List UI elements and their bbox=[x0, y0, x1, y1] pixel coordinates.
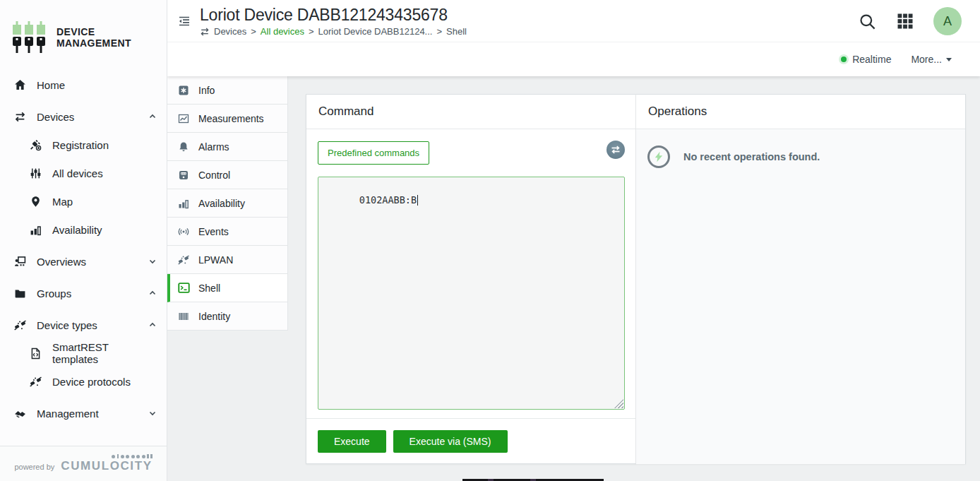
tab-availability[interactable]: Availability bbox=[167, 189, 288, 218]
bar-chart-icon bbox=[177, 198, 190, 209]
realtime-toggle[interactable]: Realtime bbox=[841, 54, 891, 65]
sidebar-item-overviews[interactable]: Overviews bbox=[0, 247, 167, 275]
overviews-icon bbox=[13, 256, 27, 268]
breadcrumb: Devices > All devices > Loriot Device DA… bbox=[200, 26, 467, 37]
transfer-icon-button[interactable] bbox=[606, 141, 625, 159]
control-gauge-icon bbox=[177, 170, 190, 181]
tab-alarms[interactable]: Alarms bbox=[167, 133, 288, 161]
map-pin-icon bbox=[28, 196, 42, 208]
command-panel-body: Predefined commands 0102AABB:B bbox=[306, 129, 635, 410]
caret-down-icon bbox=[946, 58, 952, 61]
page-title: Loriot Device DABB121243435678 bbox=[200, 6, 467, 25]
app-logo: DEVICE MANAGEMENT bbox=[0, 0, 167, 69]
execute-via-sms-button[interactable]: Execute via (SMS) bbox=[393, 430, 508, 453]
sidebar-item-smartrest-templates[interactable]: SmartREST templates bbox=[0, 339, 167, 367]
sidebar-item-device-protocols[interactable]: Device protocols bbox=[0, 367, 167, 396]
chevron-up-icon bbox=[148, 112, 157, 121]
sidebar-item-registration[interactable]: Registration bbox=[0, 131, 167, 159]
line-chart-icon bbox=[177, 113, 190, 124]
home-icon bbox=[13, 79, 27, 91]
code-document-icon bbox=[28, 348, 42, 360]
page-header: Loriot Device DABB121243435678 Devices >… bbox=[167, 0, 980, 42]
operations-panel: Operations No recent operations found. bbox=[635, 94, 966, 464]
operations-empty-message: No recent operations found. bbox=[683, 146, 820, 168]
sidebar-item-device-types[interactable]: Device types bbox=[0, 311, 167, 339]
powered-by-label: powered by bbox=[14, 463, 54, 471]
textarea-resize-grip-icon[interactable] bbox=[614, 399, 623, 408]
collapse-menu-icon[interactable] bbox=[176, 13, 193, 30]
operations-panel-title: Operations bbox=[636, 95, 965, 129]
search-icon[interactable] bbox=[858, 12, 877, 31]
tab-measurements[interactable]: Measurements bbox=[167, 105, 288, 133]
terminal-icon bbox=[177, 282, 190, 294]
connectors-icon bbox=[13, 319, 27, 331]
predefined-commands-button[interactable]: Predefined commands bbox=[318, 141, 429, 165]
sidebar-item-home[interactable]: Home bbox=[0, 71, 167, 99]
breadcrumb-exchange-icon bbox=[200, 27, 210, 37]
bell-icon bbox=[177, 141, 190, 153]
powered-by-footer: powered by CUMULOCITY bbox=[0, 446, 167, 481]
chevron-up-icon bbox=[148, 289, 157, 297]
bar-chart-icon bbox=[28, 224, 42, 236]
barcode-icon bbox=[177, 311, 190, 322]
cumulocity-logo: CUMULOCITY bbox=[61, 454, 152, 473]
sidebar-item-availability[interactable]: Availability bbox=[0, 215, 167, 244]
info-icon bbox=[177, 85, 190, 96]
sidebar-item-all-devices[interactable]: All devices bbox=[0, 159, 167, 187]
breadcrumb-device[interactable]: Loriot Device DABB12124... bbox=[318, 26, 433, 37]
chevron-down-icon bbox=[148, 257, 157, 266]
broadcast-icon bbox=[177, 226, 190, 237]
sidebar-item-groups[interactable]: Groups bbox=[0, 279, 167, 307]
tab-events[interactable]: Events bbox=[167, 218, 288, 246]
chevron-up-icon bbox=[148, 321, 157, 329]
folder-icon bbox=[13, 287, 27, 299]
command-input[interactable]: 0102AABB:B bbox=[318, 177, 625, 410]
registration-plug-icon bbox=[28, 139, 42, 151]
handshake-icon bbox=[13, 408, 27, 420]
connectors-icon bbox=[177, 254, 190, 266]
sidebar-item-devices[interactable]: Devices bbox=[0, 102, 167, 131]
exchange-icon bbox=[13, 111, 27, 123]
execute-button[interactable]: Execute bbox=[318, 430, 386, 453]
connectors-icon bbox=[28, 376, 42, 388]
user-avatar[interactable]: A bbox=[933, 7, 962, 35]
command-input-value: 0102AABB:B bbox=[359, 194, 417, 206]
sidebar-nav: Home Devices Registration All devices bbox=[0, 69, 167, 446]
command-panel-title: Command bbox=[306, 95, 635, 129]
command-panel: Command Predefined commands 0102AABB:B E… bbox=[306, 94, 636, 464]
sidebar: DEVICE MANAGEMENT Home Devices Registrat… bbox=[0, 0, 167, 481]
sliders-icon bbox=[28, 167, 42, 179]
realtime-status-dot-icon bbox=[841, 57, 847, 62]
app-switcher-icon[interactable] bbox=[895, 11, 915, 31]
cumulocity-dots-icon bbox=[112, 454, 153, 458]
breadcrumb-devices[interactable]: Devices bbox=[214, 26, 246, 37]
operations-panel-body: No recent operations found. bbox=[636, 129, 965, 464]
header-actions: A bbox=[858, 7, 962, 35]
command-panel-footer: Execute Execute via (SMS) bbox=[306, 418, 635, 463]
sidebar-item-management[interactable]: Management bbox=[0, 399, 167, 427]
text-caret bbox=[417, 195, 418, 206]
app-title: DEVICE MANAGEMENT bbox=[56, 26, 131, 49]
title-block: Loriot Device DABB121243435678 Devices >… bbox=[200, 6, 467, 37]
sidebar-item-map[interactable]: Map bbox=[0, 187, 167, 215]
more-menu-button[interactable]: More... bbox=[911, 54, 952, 65]
tab-lpwan[interactable]: LPWAN bbox=[167, 246, 288, 274]
tab-shell[interactable]: Shell bbox=[167, 274, 288, 302]
breadcrumb-shell[interactable]: Shell bbox=[446, 26, 467, 37]
tab-control[interactable]: Control bbox=[167, 161, 288, 189]
device-management-logo-icon bbox=[13, 21, 47, 54]
operations-lightning-icon bbox=[647, 146, 670, 168]
tab-identity[interactable]: Identity bbox=[167, 302, 288, 331]
action-bar: Realtime More... bbox=[167, 42, 980, 76]
breadcrumb-all-devices[interactable]: All devices bbox=[261, 26, 304, 37]
chevron-down-icon bbox=[148, 409, 157, 417]
device-tabs: Info Measurements Alarms Control Availab… bbox=[167, 76, 288, 331]
tab-info[interactable]: Info bbox=[167, 76, 288, 105]
